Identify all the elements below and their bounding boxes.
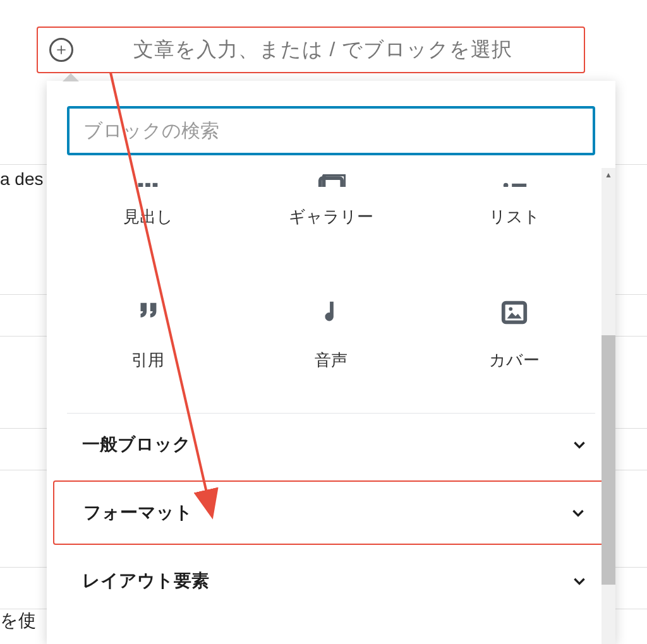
cover-icon [497,295,532,330]
category-format[interactable]: フォーマット [53,480,609,545]
svg-rect-2 [153,183,158,187]
quote-icon [130,295,166,330]
category-general-blocks[interactable]: 一般ブロック [47,414,615,475]
scrollbar-thumb[interactable] [602,335,615,585]
block-search-input[interactable] [67,106,595,155]
audio-icon [313,295,349,330]
chevron-down-icon [571,436,588,453]
block-item-gallery[interactable]: ギャラリー [243,168,420,244]
block-item-quote[interactable]: 引用 [59,251,236,388]
block-label: カバー [489,349,540,371]
block-grid: 見出し ギャラリー リスト 引用 [47,168,615,407]
category-label: フォーマット [83,501,193,525]
paragraph-placeholder[interactable]: 文章を入力、または / でブロックを選択 [73,36,572,64]
list-icon [497,174,532,187]
svg-rect-6 [512,184,526,187]
block-label: 引用 [131,349,164,371]
gallery-icon [313,174,349,187]
background-text-fragment: a des [0,169,44,189]
block-item-heading[interactable]: 見出し [59,168,236,244]
chevron-down-icon [571,573,588,589]
scrollbar-track[interactable]: ▲ [602,168,615,644]
svg-point-5 [504,183,509,187]
popover-caret [63,75,78,82]
chevron-down-icon [570,504,586,521]
block-inserter-popover: 見出し ギャラリー リスト 引用 [47,81,615,644]
block-label: ギャラリー [289,206,373,228]
category-label: レイアウト要素 [82,569,209,593]
background-text-fragment: を使 [0,609,36,633]
block-item-audio[interactable]: 音声 [243,251,420,388]
block-label: 見出し [123,206,173,228]
category-label: 一般ブロック [82,432,191,456]
scrollbar-up-arrow[interactable]: ▲ [602,168,615,182]
svg-rect-0 [138,183,143,187]
svg-point-8 [509,307,512,311]
heading-icon [130,174,166,187]
block-appender-row[interactable]: 文章を入力、または / でブロックを選択 [37,27,585,73]
block-label: リスト [489,206,540,228]
block-item-list[interactable]: リスト [426,168,603,244]
add-block-icon[interactable] [49,38,73,62]
category-layout-elements[interactable]: レイアウト要素 [47,550,615,612]
svg-rect-7 [504,303,526,323]
block-label: 音声 [315,349,348,371]
search-wrap [47,81,615,168]
block-item-cover[interactable]: カバー [426,251,603,388]
svg-rect-1 [145,183,150,187]
block-list-scrollarea[interactable]: 見出し ギャラリー リスト 引用 [47,168,615,644]
